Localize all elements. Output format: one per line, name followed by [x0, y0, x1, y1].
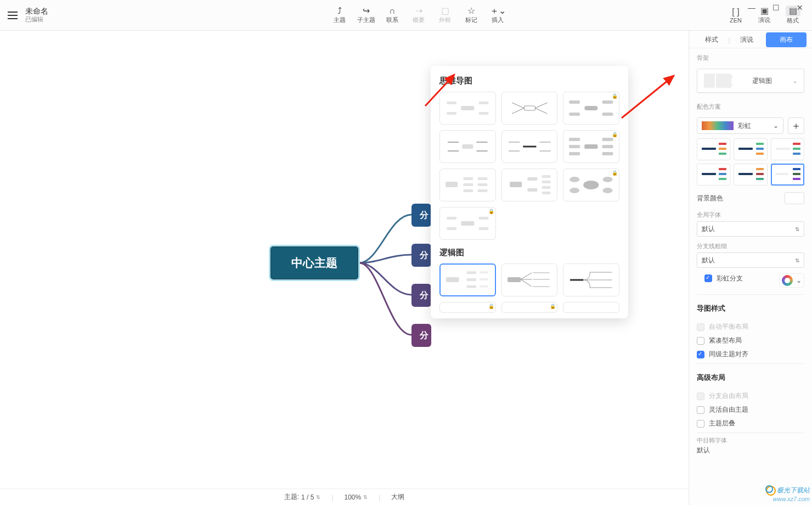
svg-rect-61 — [480, 278, 488, 280]
subtopic-4[interactable]: 分 — [411, 324, 431, 347]
color-theme-option-selected[interactable] — [771, 164, 804, 186]
skeleton-option-selected[interactable] — [439, 263, 496, 296]
svg-rect-15 — [462, 144, 473, 149]
svg-rect-29 — [602, 138, 613, 141]
color-ring-icon — [782, 275, 793, 286]
skeleton-option[interactable]: 🔒 — [439, 207, 496, 240]
status-topic-count[interactable]: 主题: 1 / 5⇅ — [284, 492, 321, 502]
tool-insert[interactable]: ＋⌄插入 — [485, 6, 510, 24]
color-theme-option[interactable] — [734, 164, 767, 186]
rainbow-branch-checkbox[interactable]: 彩虹分支 — [704, 274, 743, 283]
global-font-label: 全局字体 — [697, 211, 804, 219]
boundary-icon: ▢ — [432, 6, 458, 16]
color-scheme-label: 配色方案 — [697, 103, 804, 111]
bg-color-swatch[interactable] — [785, 192, 804, 204]
svg-rect-53 — [447, 227, 456, 230]
svg-rect-35 — [463, 189, 473, 192]
compact-layout-checkbox[interactable]: 紧凑型布局 — [697, 336, 804, 345]
annotation-arrow — [422, 70, 461, 111]
skeleton-option[interactable] — [439, 130, 496, 163]
skeleton-option[interactable]: 🔒 — [563, 130, 619, 163]
free-branch-checkbox: 分支自由布局 — [697, 391, 804, 401]
svg-rect-5 — [524, 106, 535, 110]
color-theme-option[interactable] — [697, 138, 730, 160]
skeleton-option[interactable] — [501, 92, 558, 125]
svg-rect-57 — [466, 271, 476, 274]
insert-icon: ＋⌄ — [485, 6, 510, 16]
map-style-title: 导图样式 — [697, 304, 804, 313]
panel-tab-pitch[interactable]: 演说 — [730, 32, 764, 47]
status-outline[interactable]: 大纲 — [391, 492, 404, 502]
chevron-down-icon: ⌄ — [773, 122, 779, 130]
skeleton-option[interactable]: 🔒 — [439, 302, 496, 313]
tool-relationship[interactable]: ∩联系 — [380, 6, 405, 24]
svg-line-6 — [512, 103, 524, 108]
svg-rect-11 — [569, 100, 580, 104]
same-level-align-checkbox[interactable]: 同级主题对齐 — [697, 350, 804, 359]
stepper-icon: ⇅ — [363, 495, 368, 500]
skeleton-option[interactable] — [501, 169, 558, 201]
svg-rect-31 — [602, 152, 613, 155]
hamburger-menu-icon[interactable] — [8, 12, 18, 19]
subtopic-2[interactable]: 分 — [411, 244, 431, 267]
svg-rect-40 — [527, 177, 537, 181]
auto-balance-checkbox: 自动平衡布局 — [697, 322, 804, 332]
flex-topic-checkbox[interactable]: 灵活自由主题 — [697, 405, 804, 414]
branch-thickness-selector[interactable]: 默认⇅ — [697, 252, 804, 268]
svg-rect-14 — [602, 113, 613, 116]
topic-icon: ⤴ — [327, 6, 352, 16]
skeleton-option[interactable] — [501, 130, 558, 163]
subtopic-3[interactable]: 分 — [411, 284, 431, 307]
svg-point-50 — [603, 188, 613, 193]
lock-icon: 🔒 — [488, 209, 494, 214]
color-theme-option[interactable] — [771, 138, 804, 160]
svg-rect-13 — [602, 100, 613, 104]
skeleton-option[interactable] — [563, 263, 619, 296]
svg-point-49 — [603, 177, 613, 182]
window-close-button[interactable]: ✕ — [788, 0, 812, 15]
subtopic-1[interactable]: 分 — [411, 204, 431, 227]
status-zoom[interactable]: 100%⇅ — [345, 493, 368, 501]
svg-rect-0 — [461, 106, 474, 110]
skeleton-option[interactable]: 🔒 — [563, 169, 619, 201]
color-scheme-selector[interactable]: 彩虹 ⌄ — [697, 117, 783, 134]
color-theme-grid — [697, 138, 804, 186]
tool-boundary: ▢外框 — [432, 6, 458, 24]
stepper-icon: ⇅ — [795, 257, 799, 263]
tool-topic[interactable]: ⤴主题 — [327, 6, 352, 24]
svg-rect-2 — [447, 112, 456, 115]
color-scheme-value: 彩虹 — [738, 121, 751, 131]
skeleton-option[interactable]: 🔒 — [563, 92, 619, 125]
window-maximize-button[interactable]: ☐ — [764, 0, 788, 15]
window-minimize-button[interactable]: — — [740, 0, 764, 15]
panel-tab-style[interactable]: 样式 — [695, 32, 729, 47]
chevron-down-icon: ⌄ — [796, 277, 802, 284]
svg-rect-39 — [510, 182, 522, 187]
bg-color-label: 背景颜色 — [697, 194, 723, 203]
svg-rect-32 — [446, 182, 458, 187]
svg-rect-30 — [602, 145, 613, 148]
color-theme-option[interactable] — [734, 138, 767, 160]
tool-subtopic[interactable]: ↪子主题 — [353, 6, 379, 24]
global-font-selector[interactable]: 默认⇅ — [697, 221, 804, 237]
status-bar: 主题: 1 / 5⇅ | 100%⇅ | 大纲 — [0, 489, 689, 505]
svg-rect-37 — [477, 183, 487, 186]
skeleton-option[interactable]: 🔒 — [501, 302, 558, 313]
lock-icon: 🔒 — [612, 93, 618, 99]
skeleton-selector[interactable]: 逻辑图 ⌄ — [697, 69, 804, 93]
svg-line-9 — [535, 108, 547, 114]
add-color-button[interactable]: ＋ — [788, 117, 804, 134]
center-topic[interactable]: 中心主题 — [269, 245, 360, 281]
topic-stack-checkbox[interactable]: 主题层叠 — [697, 419, 804, 428]
toolbar: ⤴主题 ↪子主题 ∩联系 ⇢概要 ▢外框 ☆标记 ＋⌄插入 — [327, 6, 510, 24]
panel-tab-canvas[interactable]: 画布 — [766, 32, 807, 47]
skeleton-option[interactable] — [439, 169, 496, 201]
lock-icon: 🔒 — [612, 132, 618, 137]
tool-marker[interactable]: ☆标记 — [459, 6, 484, 24]
skeleton-option[interactable] — [501, 263, 558, 296]
skeleton-option[interactable] — [563, 302, 619, 313]
svg-rect-25 — [585, 144, 598, 149]
color-theme-option[interactable] — [697, 164, 730, 186]
svg-line-7 — [512, 108, 524, 114]
rainbow-color-picker[interactable]: ⌄ — [779, 273, 804, 288]
